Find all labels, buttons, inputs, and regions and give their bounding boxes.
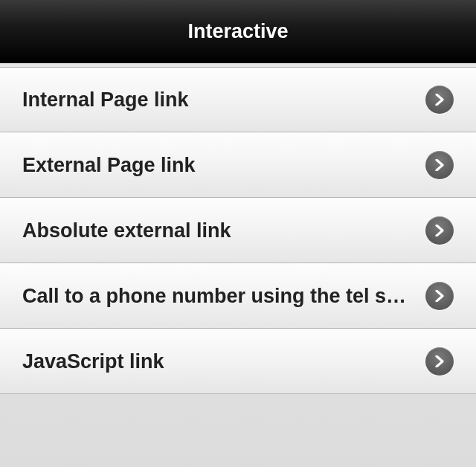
link-list: Internal Page link External Page link Ab… [0, 67, 476, 394]
chevron-right-icon [425, 282, 454, 310]
list-item-label: External Page link [22, 154, 425, 177]
list-item-internal-page-link[interactable]: Internal Page link [0, 67, 476, 132]
list-item-javascript-link[interactable]: JavaScript link [0, 329, 476, 394]
chevron-right-icon [425, 86, 454, 114]
header-bar: Interactive [0, 0, 476, 63]
chevron-right-icon [425, 151, 454, 179]
list-item-label: Absolute external link [22, 219, 425, 242]
chevron-right-icon [425, 347, 454, 376]
list-item-label: Call to a phone number using the tel sch… [22, 285, 425, 308]
chevron-right-icon [425, 216, 454, 245]
list-item-external-page-link[interactable]: External Page link [0, 132, 476, 198]
list-item-call-phone-number[interactable]: Call to a phone number using the tel sch… [0, 263, 476, 329]
list-item-label: JavaScript link [22, 350, 425, 373]
list-item-label: Internal Page link [22, 88, 425, 112]
list-item-absolute-external-link[interactable]: Absolute external link [0, 198, 476, 263]
page-title: Interactive [187, 20, 288, 43]
